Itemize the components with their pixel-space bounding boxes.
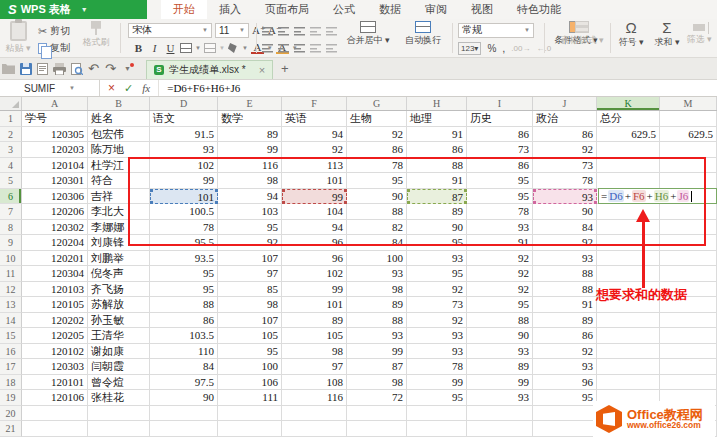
cell[interactable] — [533, 406, 597, 422]
cell[interactable]: 95 — [150, 266, 218, 282]
cell[interactable] — [218, 421, 282, 437]
cell[interactable]: 88 — [347, 204, 407, 220]
cell[interactable] — [660, 375, 717, 391]
cell[interactable]: 120203 — [22, 142, 88, 158]
cell[interactable]: 89 — [467, 359, 533, 375]
cell[interactable] — [347, 406, 407, 422]
cell[interactable]: 120104 — [22, 158, 88, 174]
cell[interactable]: 86 — [467, 127, 533, 143]
cell[interactable]: 120302 — [22, 220, 88, 236]
print-preview-icon[interactable] — [68, 61, 85, 77]
row-header-10[interactable]: 10 — [0, 251, 22, 267]
cell[interactable]: 92 — [467, 251, 533, 267]
cell[interactable]: 94 — [282, 220, 347, 236]
cell[interactable]: 120306 — [22, 189, 88, 205]
cell[interactable]: 88 — [407, 158, 467, 174]
cell[interactable]: 99 — [347, 344, 407, 360]
cell[interactable]: 88 — [150, 297, 218, 313]
row-header-21[interactable]: 21 — [0, 421, 22, 437]
cell[interactable]: 88 — [347, 313, 407, 329]
cell[interactable]: 学号 — [22, 111, 88, 127]
cell[interactable]: 刘康锋 — [88, 235, 150, 251]
name-box[interactable]: SUMIF ▼ — [0, 80, 100, 96]
sum-button[interactable]: Σ 求和 ▾ — [650, 21, 684, 49]
cell[interactable]: 92 — [218, 235, 282, 251]
cell[interactable]: 78 — [533, 173, 597, 189]
cell[interactable] — [407, 406, 467, 422]
menu-tab-视图[interactable]: 视图 — [459, 0, 505, 19]
percent-style-button[interactable]: % — [487, 43, 496, 54]
row-header-1[interactable]: 1 — [0, 111, 22, 127]
cell[interactable]: 95 — [407, 266, 467, 282]
cell[interactable] — [597, 235, 660, 251]
cell[interactable]: 120102 — [22, 344, 88, 360]
cell[interactable]: 73 — [407, 297, 467, 313]
underline-button[interactable]: U — [164, 42, 177, 54]
cell[interactable]: 93 — [533, 189, 597, 205]
column-header-F[interactable]: F — [282, 97, 347, 110]
cell[interactable] — [660, 142, 717, 158]
cell[interactable]: 93 — [407, 344, 467, 360]
cell[interactable]: 120303 — [22, 359, 88, 375]
cell[interactable]: 78 — [347, 158, 407, 174]
cell[interactable]: 闫朝霞 — [88, 359, 150, 375]
sort-button[interactable] — [701, 21, 717, 35]
cell[interactable]: 86 — [467, 158, 533, 174]
cell[interactable] — [597, 313, 660, 329]
cell[interactable]: 72 — [347, 390, 407, 406]
cell[interactable]: 98 — [218, 297, 282, 313]
export-icon[interactable] — [34, 61, 51, 77]
cell[interactable]: 91 — [533, 297, 597, 313]
cell[interactable]: 92 — [467, 266, 533, 282]
cell[interactable] — [597, 220, 660, 236]
cell[interactable] — [660, 328, 717, 344]
app-logo[interactable]: S WPS 表格 ▼ — [0, 0, 147, 19]
cell[interactable] — [88, 406, 150, 422]
merge-center-button[interactable]: 合并居中 ▾ — [342, 21, 394, 47]
row-header-12[interactable]: 12 — [0, 282, 22, 298]
cell[interactable] — [660, 344, 717, 360]
italic-button[interactable]: I — [148, 42, 161, 54]
table-style-button[interactable]: 表格样式 ▾ — [556, 21, 608, 47]
redo-icon[interactable]: ↷ — [102, 61, 119, 77]
cell[interactable] — [597, 142, 660, 158]
cell[interactable]: 99 — [150, 173, 218, 189]
cell[interactable]: 120201 — [22, 251, 88, 267]
font-name-select[interactable]: 宋体▼ — [128, 23, 212, 38]
cell[interactable]: 93 — [407, 251, 467, 267]
menu-tab-页面布局[interactable]: 页面布局 — [253, 0, 321, 19]
cell[interactable]: 93 — [347, 266, 407, 282]
close-tab-icon[interactable]: × — [259, 64, 265, 76]
customize-quickbar-icon[interactable]: ▼ — [119, 61, 136, 77]
cell[interactable]: 105 — [218, 328, 282, 344]
row-header-9[interactable]: 9 — [0, 235, 22, 251]
cell[interactable]: 苏解放 — [88, 297, 150, 313]
cell[interactable] — [660, 266, 717, 282]
cell[interactable]: 99 — [467, 375, 533, 391]
cell[interactable] — [150, 406, 218, 422]
cell[interactable] — [22, 406, 88, 422]
cell[interactable]: 99 — [282, 282, 347, 298]
cell[interactable] — [597, 204, 660, 220]
cell[interactable]: 101 — [150, 189, 218, 205]
wrap-text-button[interactable]: 自动换行 — [398, 21, 448, 47]
cell[interactable]: 生物 — [347, 111, 407, 127]
cell[interactable]: 王清华 — [88, 328, 150, 344]
cell[interactable]: 101 — [282, 297, 347, 313]
cell[interactable]: 78 — [467, 204, 533, 220]
cell[interactable]: 99 — [282, 189, 347, 205]
save-icon[interactable] — [17, 61, 34, 77]
cell-formula[interactable]: =D6+F6+H6+J6 — [598, 188, 717, 204]
cell[interactable] — [467, 421, 533, 437]
menu-tab-公式[interactable]: 公式 — [321, 0, 367, 19]
column-header-K[interactable]: K — [597, 97, 660, 110]
cell[interactable]: 政治 — [533, 111, 597, 127]
row-header-6[interactable]: 6 — [0, 189, 22, 205]
row-header-4[interactable]: 4 — [0, 158, 22, 174]
cell[interactable]: 111 — [218, 390, 282, 406]
row-header-15[interactable]: 15 — [0, 328, 22, 344]
cell[interactable]: 84 — [347, 235, 407, 251]
cell[interactable]: 120304 — [22, 266, 88, 282]
cell[interactable]: 李北大 — [88, 204, 150, 220]
cell[interactable]: 95 — [407, 390, 467, 406]
